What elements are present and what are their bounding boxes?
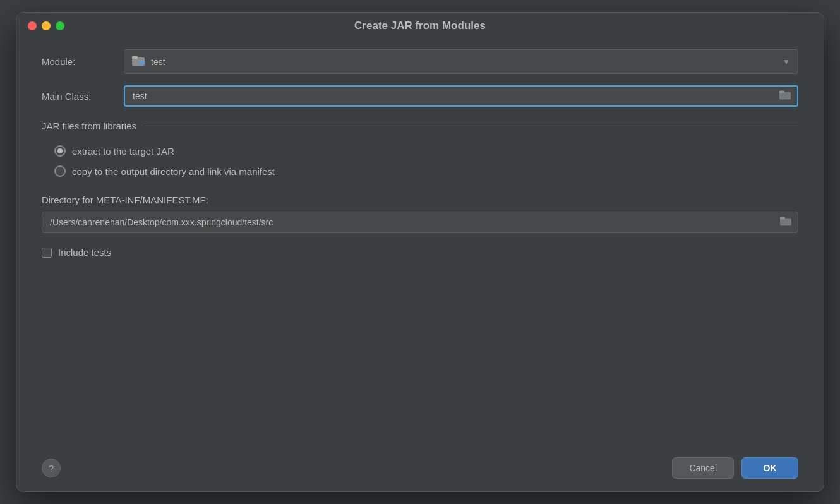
directory-label: Directory for META-INF/MANIFEST.MF: — [42, 195, 798, 205]
module-folder-icon — [132, 55, 146, 68]
dialog-body: Module: test ▼ — [16, 37, 824, 451]
radio-extract-indicator — [57, 148, 63, 153]
module-row: Module: test ▼ — [42, 49, 798, 74]
maximize-button[interactable] — [56, 21, 64, 30]
close-button[interactable] — [28, 21, 37, 30]
module-dropdown-left: test — [132, 55, 165, 68]
directory-section: Directory for META-INF/MANIFEST.MF: — [42, 195, 798, 233]
jar-files-separator-line — [145, 126, 798, 126]
module-value: test — [151, 57, 165, 67]
ok-button[interactable]: OK — [741, 457, 798, 479]
module-label: Module: — [42, 56, 124, 67]
bottom-bar: ? Cancel OK — [16, 451, 824, 491]
include-tests-checkbox[interactable] — [42, 248, 52, 258]
create-jar-dialog: Create JAR from Modules Module: — [16, 12, 824, 492]
action-buttons: Cancel OK — [672, 457, 798, 479]
radio-extract[interactable]: extract to the target JAR — [54, 145, 798, 157]
module-dropdown-wrap: test ▼ — [124, 49, 798, 74]
titlebar: Create JAR from Modules — [16, 13, 824, 37]
chevron-down-icon: ▼ — [783, 57, 790, 66]
main-class-label: Main Class: — [42, 91, 124, 102]
minimize-button[interactable] — [42, 21, 51, 30]
module-dropdown[interactable]: test ▼ — [124, 49, 798, 74]
dialog-title: Create JAR from Modules — [354, 20, 486, 32]
include-tests-row[interactable]: Include tests — [42, 247, 798, 258]
directory-input-wrap — [42, 212, 798, 233]
cancel-button[interactable]: Cancel — [672, 457, 734, 479]
directory-input[interactable] — [50, 217, 772, 227]
window-controls — [28, 21, 64, 30]
main-class-input-wrap — [124, 85, 798, 107]
svg-rect-6 — [780, 217, 785, 220]
radio-extract-button[interactable] — [54, 145, 66, 157]
directory-browse-button[interactable] — [780, 217, 793, 229]
main-class-browse-button[interactable] — [779, 90, 792, 102]
radio-copy-button[interactable] — [54, 165, 66, 177]
help-icon: ? — [49, 463, 54, 474]
radio-copy[interactable]: copy to the output directory and link vi… — [54, 165, 798, 177]
svg-rect-4 — [779, 91, 784, 93]
jar-files-label: JAR files from libraries — [42, 121, 136, 131]
svg-rect-2 — [140, 61, 145, 64]
main-class-row: Main Class: — [42, 85, 798, 107]
main-class-field-wrap — [124, 85, 798, 107]
main-class-input[interactable] — [133, 91, 772, 101]
radio-copy-label: copy to the output directory and link vi… — [72, 166, 275, 177]
radio-group: extract to the target JAR copy to the ou… — [42, 145, 798, 177]
jar-files-section: JAR files from libraries — [42, 121, 798, 131]
help-button[interactable]: ? — [42, 459, 61, 477]
svg-rect-1 — [132, 56, 138, 59]
include-tests-label: Include tests — [58, 247, 111, 258]
radio-extract-label: extract to the target JAR — [72, 146, 174, 157]
